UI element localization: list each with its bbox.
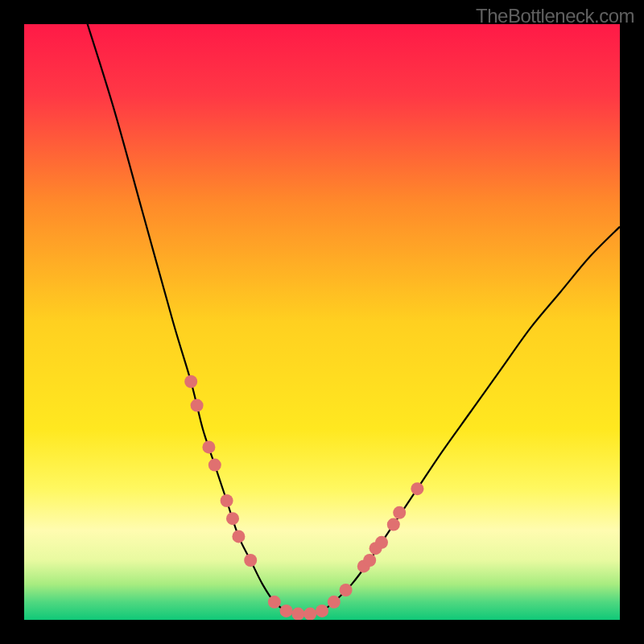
data-marker <box>268 596 281 609</box>
data-marker <box>226 512 239 525</box>
data-marker <box>280 605 293 617</box>
plot-area <box>24 24 620 620</box>
data-marker <box>291 608 304 620</box>
curve-layer <box>24 24 620 620</box>
data-marker <box>340 584 353 597</box>
data-marker <box>363 554 376 567</box>
data-marker <box>208 459 221 472</box>
plot-inner <box>24 24 620 620</box>
watermark-text: TheBottleneck.com <box>476 5 634 27</box>
data-marker <box>244 554 257 567</box>
bottleneck-curve <box>84 24 620 614</box>
data-marker <box>232 530 245 543</box>
data-marker <box>202 440 215 453</box>
data-marker <box>316 605 328 617</box>
data-marker <box>191 399 204 412</box>
data-marker <box>393 506 406 519</box>
data-marker <box>387 518 400 531</box>
data-marker <box>184 375 197 388</box>
data-marker <box>328 596 341 609</box>
data-marker <box>221 494 233 507</box>
data-marker <box>303 608 316 620</box>
data-marker <box>375 536 388 549</box>
data-markers <box>184 375 423 620</box>
data-marker <box>411 482 423 495</box>
